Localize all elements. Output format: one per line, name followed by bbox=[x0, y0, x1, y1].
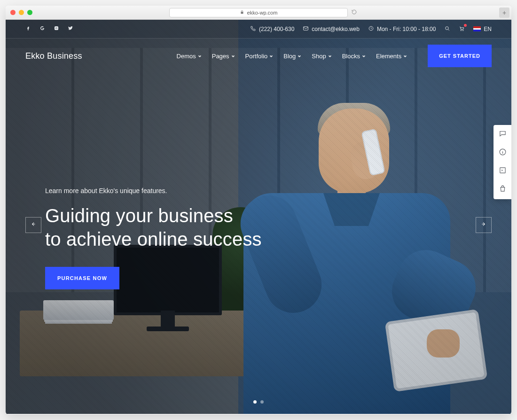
maximize-window-button[interactable] bbox=[27, 10, 32, 15]
chevron-down-icon bbox=[362, 53, 366, 60]
nav-menu: Demos Pages Portfolio Blog Shop Blocks E… bbox=[177, 45, 492, 67]
hours-text: Mon - Fri: 10:00 - 18:00 bbox=[377, 26, 436, 32]
hero-headline-line2: to achieve online success bbox=[45, 227, 262, 251]
page-viewport: (222) 400-630 contact@ekko.web Mon - Fri… bbox=[6, 20, 511, 414]
hero-eyebrow: Learn more about Ekko's unique features. bbox=[45, 187, 262, 194]
flag-icon bbox=[473, 26, 481, 31]
arrow-left-icon bbox=[30, 221, 37, 229]
nav-label: Blocks bbox=[342, 53, 360, 60]
chevron-down-icon bbox=[231, 53, 235, 60]
language-text: EN bbox=[484, 26, 492, 32]
slider-prev-button[interactable] bbox=[25, 217, 41, 233]
chevron-down-icon bbox=[198, 53, 202, 60]
clock-icon bbox=[368, 25, 374, 33]
close-window-button[interactable] bbox=[10, 10, 16, 15]
side-chat-button[interactable] bbox=[499, 130, 507, 140]
side-cart-button[interactable] bbox=[499, 185, 507, 194]
nav-label: Portfolio bbox=[245, 53, 268, 60]
email-text: contact@ekko.web bbox=[312, 26, 360, 32]
pager-dot-2[interactable] bbox=[260, 400, 264, 404]
side-toolbar bbox=[494, 125, 511, 199]
chevron-down-icon bbox=[328, 53, 332, 60]
pager-dot-1[interactable] bbox=[253, 400, 257, 404]
arrow-right-icon bbox=[480, 221, 487, 229]
search-icon bbox=[444, 26, 450, 33]
main-nav: Ekko Business Demos Pages Portfolio Blog… bbox=[6, 39, 511, 73]
svg-point-6 bbox=[461, 30, 462, 31]
url-text: ekko-wp.com bbox=[247, 10, 278, 16]
hero-headline-line1: Guiding your business bbox=[45, 204, 262, 227]
browser-window: ekko-wp.com + bbox=[6, 6, 511, 414]
nav-label: Pages bbox=[212, 53, 229, 60]
side-info-button[interactable] bbox=[499, 148, 507, 158]
nav-item-elements[interactable]: Elements bbox=[376, 53, 407, 60]
nav-item-demos[interactable]: Demos bbox=[177, 53, 202, 60]
email-info[interactable]: contact@ekko.web bbox=[303, 25, 360, 33]
facebook-link[interactable] bbox=[25, 25, 31, 32]
social-links bbox=[25, 25, 73, 32]
instagram-icon bbox=[54, 26, 59, 32]
hero-content: Learn more about Ekko's unique features.… bbox=[45, 187, 262, 289]
browser-titlebar: ekko-wp.com + bbox=[6, 6, 511, 20]
purchase-button[interactable]: PURCHASE NOW bbox=[45, 267, 119, 289]
google-link[interactable] bbox=[39, 25, 45, 32]
window-controls bbox=[10, 10, 32, 15]
chat-icon bbox=[499, 131, 507, 139]
hero-headline: Guiding your business to achieve online … bbox=[45, 204, 262, 251]
nav-item-blocks[interactable]: Blocks bbox=[342, 53, 366, 60]
cart-icon bbox=[459, 26, 465, 33]
utility-bar: (222) 400-630 contact@ekko.web Mon - Fri… bbox=[6, 20, 511, 39]
brand-logo[interactable]: Ekko Business bbox=[25, 51, 82, 61]
side-layout-button[interactable] bbox=[499, 166, 507, 176]
slider-next-button[interactable] bbox=[476, 217, 492, 233]
chevron-down-icon bbox=[403, 53, 407, 60]
twitter-link[interactable] bbox=[68, 25, 73, 32]
nav-label: Demos bbox=[177, 53, 196, 60]
phone-info[interactable]: (222) 400-630 bbox=[250, 25, 294, 33]
phone-text: (222) 400-630 bbox=[259, 26, 294, 32]
twitter-icon bbox=[68, 26, 73, 32]
chevron-down-icon bbox=[298, 53, 301, 60]
slider-pager bbox=[253, 400, 264, 404]
new-tab-button[interactable]: + bbox=[499, 8, 509, 18]
google-icon bbox=[39, 26, 45, 32]
hours-info: Mon - Fri: 10:00 - 18:00 bbox=[368, 25, 436, 33]
nav-item-portfolio[interactable]: Portfolio bbox=[245, 53, 274, 60]
lock-icon bbox=[240, 10, 244, 16]
reload-button[interactable] bbox=[351, 8, 357, 17]
svg-point-7 bbox=[463, 30, 464, 31]
nav-label: Shop bbox=[312, 53, 326, 60]
instagram-link[interactable] bbox=[54, 25, 59, 32]
nav-item-pages[interactable]: Pages bbox=[212, 53, 235, 60]
svg-point-2 bbox=[57, 27, 58, 27]
layout-icon bbox=[499, 168, 507, 176]
address-bar[interactable]: ekko-wp.com bbox=[169, 8, 348, 17]
language-switcher[interactable]: EN bbox=[473, 26, 492, 32]
cart-button[interactable] bbox=[459, 25, 465, 33]
mail-icon bbox=[303, 25, 309, 33]
nav-item-blog[interactable]: Blog bbox=[283, 53, 301, 60]
phone-icon bbox=[250, 25, 256, 33]
search-button[interactable] bbox=[444, 25, 450, 33]
svg-point-5 bbox=[446, 26, 449, 30]
facebook-icon bbox=[25, 26, 31, 32]
bag-icon bbox=[499, 186, 507, 194]
nav-label: Elements bbox=[376, 53, 401, 60]
nav-label: Blog bbox=[283, 53, 296, 60]
get-started-button[interactable]: GET STARTED bbox=[428, 45, 492, 67]
nav-item-shop[interactable]: Shop bbox=[312, 53, 331, 60]
info-icon bbox=[499, 149, 507, 157]
chevron-down-icon bbox=[269, 53, 273, 60]
minimize-window-button[interactable] bbox=[19, 10, 24, 15]
